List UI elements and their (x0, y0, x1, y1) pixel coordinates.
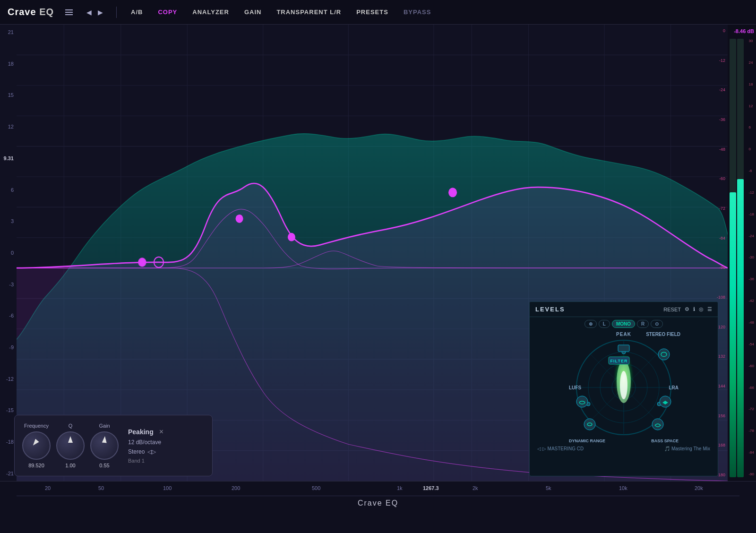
q-knob-value: 1.00 (65, 463, 75, 468)
db-931: 9.31 (0, 155, 17, 161)
band-type-row: Peaking × (128, 428, 163, 436)
ch-l-btn[interactable]: L (599, 320, 610, 328)
r-0: 0 (710, 28, 727, 33)
levels-footer: ◁ ▷ MASTERING CD 🎵 Mastering The Mix (530, 444, 718, 453)
q-knob[interactable] (56, 431, 85, 460)
freq-20: 20 (45, 485, 51, 491)
svg-rect-38 (618, 345, 629, 352)
levels-panel: LEVELS RESET ⚙ ℹ ◎ ☰ ⊕ L MONO R ⊙ PEAK S… (529, 301, 718, 476)
mastering-mix-label: 🎵 Mastering The Mix (664, 446, 710, 451)
db-12: 12 (0, 124, 17, 129)
freq-1k: 1k (397, 485, 403, 491)
db-neg6: -6 (0, 313, 17, 318)
band-stereo-row: Stereo ◁▷ (128, 448, 163, 455)
vectorscope-svg: FILTER (567, 331, 680, 444)
db-neg12: -12 (0, 376, 17, 382)
freq-200: 200 (232, 485, 240, 491)
channel-buttons: ⊕ L MONO R ⊙ (530, 317, 718, 331)
band-close-btn[interactable]: × (159, 428, 163, 436)
svg-point-39 (658, 349, 670, 360)
db-neg15: -15 (0, 407, 17, 413)
levels-settings-icon[interactable]: ⚙ (685, 306, 689, 312)
r-24: -24 (710, 87, 727, 92)
freq-knob-label: Frequency (24, 423, 49, 429)
band-number-row: Band 1 (128, 458, 163, 464)
band-metadata: Peaking × 12 dB/octave Stereo ◁▷ Band 1 (128, 428, 163, 464)
freq-5k: 5k (546, 485, 551, 491)
frequency-knob-group: Frequency 89.520 (22, 423, 51, 468)
mastering-cd-label[interactable]: ◁ ▷ MASTERING CD (537, 446, 584, 451)
q-knob-label: Q (69, 423, 73, 429)
copy-button[interactable]: COPY (155, 7, 180, 17)
freq-knob-pointer (31, 439, 39, 447)
r-48: -48 (710, 147, 727, 152)
frequency-knob[interactable] (22, 431, 51, 460)
levels-controls: RESET ⚙ ℹ ◎ ☰ (663, 306, 712, 312)
freq-50: 50 (98, 485, 104, 491)
levels-info-icon[interactable]: ℹ (693, 306, 695, 312)
freq-label-bar: 20 50 100 200 500 1k 1267.3 2k 5k 10k 20… (0, 481, 756, 496)
gain-knob[interactable] (90, 431, 119, 460)
meter-db-value: -8.46 dB (730, 28, 754, 34)
band-info-panel: Frequency 89.520 Q 1.00 Gain 0.55 Peakin… (14, 415, 213, 476)
forward-arrow[interactable]: ▶ (95, 8, 105, 17)
transparent-lr-button[interactable]: TRANSPARENT L/R (274, 7, 344, 17)
band5-node[interactable] (448, 188, 457, 197)
levels-body: ⊕ L MONO R ⊙ PEAK STEREO FIELD LUFS LRA … (530, 317, 718, 472)
svg-point-43 (652, 419, 663, 430)
r-72: -72 (710, 206, 727, 211)
menu-icon[interactable] (63, 8, 75, 17)
presets-button[interactable]: PRESETS (353, 7, 391, 17)
ch-extra-btn[interactable]: ⊙ (651, 320, 663, 328)
ab-button[interactable]: A/B (128, 7, 146, 17)
ch-all-btn[interactable]: ⊕ (584, 320, 597, 328)
app-logo: Crave EQ (8, 7, 54, 17)
band3-node[interactable] (236, 215, 243, 223)
levels-menu-icon[interactable]: ☰ (707, 306, 712, 312)
app-title: Crave EQ (0, 496, 756, 507)
dynamic-range-label: DYNAMIC RANGE (569, 438, 605, 443)
stereo-field-label: STEREO FIELD (646, 332, 680, 337)
logo-crave: Crave (8, 7, 36, 17)
levels-circle-icon[interactable]: ◎ (699, 306, 704, 312)
back-arrow[interactable]: ◀ (84, 8, 94, 17)
meter-fill-right (737, 179, 744, 477)
band-type-label: Peaking (128, 428, 154, 436)
q-knob-pointer (68, 436, 73, 443)
analyzer-button[interactable]: ANALYZER (189, 7, 232, 17)
db-scale-left: 21 18 15 12 9.31 6 3 0 -3 -6 -9 -12 -15 … (0, 25, 17, 481)
lufs-label: LUFS (569, 385, 581, 390)
bypass-button[interactable]: BYPASS (401, 7, 434, 17)
r-84: -84 (710, 236, 727, 241)
stereo-icon: ◁▷ (147, 448, 156, 455)
ch-r-btn[interactable]: R (637, 320, 649, 328)
header-bar: Crave EQ ◀ ▶ A/B COPY ANALYZER GAIN TRAN… (0, 0, 756, 25)
level-meter: -8.46 dB 30 24 18 12 6 0 -6 -12 -18 -24 … (728, 25, 756, 481)
db-6: 6 (0, 187, 17, 193)
band-stereo-label: Stereo ◁▷ (128, 448, 156, 455)
levels-reset-btn[interactable]: RESET (663, 307, 681, 312)
ch-mono-btn[interactable]: MONO (612, 320, 635, 328)
band2-node[interactable] (138, 258, 146, 266)
freq-1267: 1267.3 (423, 485, 439, 491)
freq-10k: 10k (619, 485, 627, 491)
divider-1 (116, 7, 117, 18)
gain-knob-value: 0.55 (99, 463, 109, 468)
band-octave-label: 12 dB/octave (128, 439, 161, 446)
svg-point-42 (584, 419, 595, 430)
svg-point-40 (576, 396, 588, 407)
db-3: 3 (0, 218, 17, 224)
freq-knob-value: 89.520 (28, 463, 44, 468)
r-12: -12 (710, 58, 727, 63)
band4-node[interactable] (288, 233, 295, 241)
logo-eq: EQ (36, 7, 54, 17)
nav-arrows: ◀ ▶ (84, 8, 105, 17)
db-21: 21 (0, 29, 17, 35)
r-60: -60 (710, 176, 727, 181)
meter-bars-container (730, 39, 744, 477)
meter-right-scale: 30 24 18 12 6 0 -6 -12 -18 -24 -30 -36 -… (748, 39, 754, 476)
r-36: -36 (710, 117, 727, 122)
band-octave-row: 12 dB/octave (128, 439, 163, 446)
lra-label: LRA (669, 385, 679, 390)
gain-button[interactable]: GAIN (241, 7, 265, 17)
